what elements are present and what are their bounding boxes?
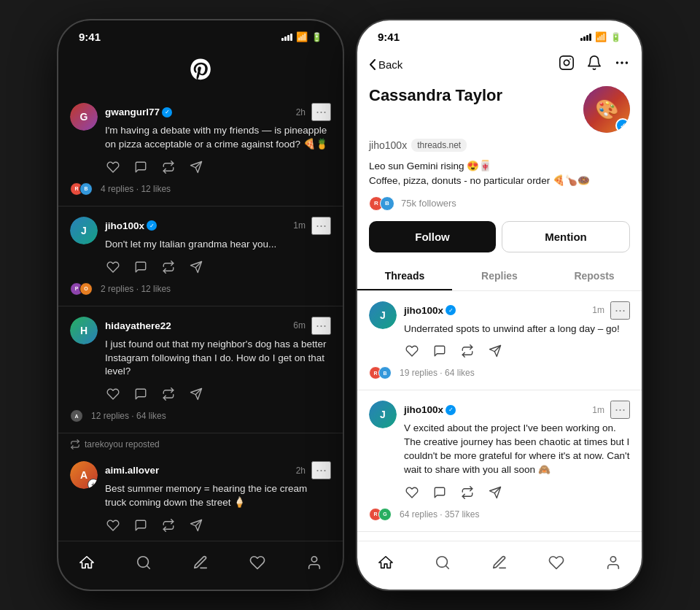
profile-post-1-more-button[interactable]: ··· xyxy=(610,301,630,320)
post-1-like-button[interactable] xyxy=(105,159,121,175)
post-1-reply-button[interactable] xyxy=(133,159,149,175)
wifi-icon-right: 📶 xyxy=(595,31,607,42)
follow-button[interactable]: Follow xyxy=(369,221,496,252)
profile-header-bar: Back xyxy=(357,49,642,80)
post-1-avatar: G xyxy=(70,103,98,131)
back-button[interactable]: Back xyxy=(369,58,402,71)
status-bar-right: 9:41 📶 🔋 xyxy=(357,20,642,49)
post-3-meta: hidayathere22 6m ··· I just found out th… xyxy=(105,317,331,406)
nav-compose-button[interactable] xyxy=(181,550,220,575)
time-right: 9:41 xyxy=(378,31,400,43)
profile-domain-badge: threads.net xyxy=(411,139,467,152)
more-options-button[interactable] xyxy=(614,55,630,74)
profile-post-2-share-button[interactable] xyxy=(487,484,503,501)
nav-search-button[interactable] xyxy=(124,550,163,575)
post-3-time: 6m xyxy=(293,320,306,331)
profile-post-1-share-button[interactable] xyxy=(487,343,503,359)
feed: G gwangurl77 ✓ 2h ··· xyxy=(58,93,343,541)
profile-name: Cassandra Taylor xyxy=(369,86,502,105)
post-1-username: gwangurl77 xyxy=(105,107,160,117)
post-3-share-button[interactable] xyxy=(188,386,204,402)
post-3-content: I just found out that my neighbor's dog … xyxy=(105,338,331,379)
tab-replies[interactable]: Replies xyxy=(452,263,547,290)
notification-icon-button[interactable] xyxy=(586,55,602,74)
svg-point-10 xyxy=(311,557,316,562)
post-3-reply-button[interactable] xyxy=(133,386,149,402)
profile-post-2: J jiho100x ✓ 1m ··· xyxy=(357,390,642,532)
post-4: A + aimi.allover 2h ··· xyxy=(58,451,343,541)
battery-icon: 🔋 xyxy=(311,32,322,42)
post-2-reply-button[interactable] xyxy=(133,259,149,275)
profile-post-1: J jiho100x ✓ 1m ··· xyxy=(357,291,642,391)
profile-post-2-reply-button[interactable] xyxy=(432,484,448,501)
post-4-share-button[interactable] xyxy=(188,517,204,533)
nav-activity-button[interactable] xyxy=(238,550,277,575)
post-2-avatar: J xyxy=(70,217,98,244)
profile-post-1-avatar: J xyxy=(369,301,397,329)
post-1-stat-text: 4 replies · 12 likes xyxy=(101,184,171,194)
post-4-actions xyxy=(105,517,331,536)
post-4-more-button[interactable]: ··· xyxy=(311,461,331,479)
profile-post-2-username: jiho100x xyxy=(404,404,443,415)
post-2: J jiho100x ✓ 1m ··· xyxy=(58,206,343,306)
nav-home-button[interactable] xyxy=(67,550,106,575)
profile-post-1-content: Underrated spots to unwind after a long … xyxy=(404,323,630,336)
nav-search-button-right[interactable] xyxy=(423,550,462,575)
post-3-stat-text: 12 replies · 64 likes xyxy=(91,411,166,421)
status-icons-right: 📶 🔋 xyxy=(580,31,621,42)
post-1-time: 2h xyxy=(296,107,306,117)
post-2-like-button[interactable] xyxy=(105,259,121,275)
profile-bio: Leo sun Gemini rising 😍🀄Coffee, pizza, d… xyxy=(369,159,630,189)
post-1-meta: gwangurl77 ✓ 2h ··· I'm having a debate … xyxy=(105,103,331,178)
svg-point-22 xyxy=(610,557,615,562)
post-2-share-button[interactable] xyxy=(188,259,204,275)
repost-indicator: tarekoyou reposted xyxy=(58,433,343,451)
post-3-more-button[interactable]: ··· xyxy=(311,317,331,335)
nav-compose-button-right[interactable] xyxy=(480,550,519,575)
svg-line-21 xyxy=(446,565,448,568)
post-1-share-button[interactable] xyxy=(188,159,204,175)
post-2-actions xyxy=(105,259,331,278)
post-4-reply-button[interactable] xyxy=(133,517,149,533)
post-2-repost-button[interactable] xyxy=(160,259,176,275)
nav-home-button-right[interactable] xyxy=(366,550,405,575)
profile-post-2-more-button[interactable]: ··· xyxy=(610,401,630,419)
profile-post-1-reply-button[interactable] xyxy=(432,343,448,359)
profile-post-1-repost-button[interactable] xyxy=(459,343,475,359)
post-2-more-button[interactable]: ··· xyxy=(311,217,331,235)
profile-post-2-like-button[interactable] xyxy=(404,484,420,501)
profile-post-2-actions xyxy=(404,484,630,503)
post-4-repost-button[interactable] xyxy=(160,517,176,533)
post-3-like-button[interactable] xyxy=(105,386,121,402)
profile-post-1-like-button[interactable] xyxy=(404,343,420,359)
nav-activity-button-right[interactable] xyxy=(537,550,576,575)
profile-post-2-stats: R G 64 replies · 357 likes xyxy=(369,508,630,525)
profile-feed: J jiho100x ✓ 1m ··· xyxy=(357,291,642,541)
profile-post-1-verified: ✓ xyxy=(446,305,456,315)
tab-reposts[interactable]: Reposts xyxy=(547,263,642,290)
post-2-stat-text: 2 replies · 12 likes xyxy=(101,284,171,294)
post-4-like-button[interactable] xyxy=(105,517,121,533)
post-1-more-button[interactable]: ··· xyxy=(311,103,331,121)
followers-count: 75k followers xyxy=(401,198,456,209)
profile-post-2-time: 1m xyxy=(592,405,604,415)
profile-post-2-repost-button[interactable] xyxy=(459,484,475,501)
profile-post-1-header: J jiho100x ✓ 1m ··· xyxy=(369,301,630,363)
post-3-avatar: H xyxy=(70,317,98,344)
time-left: 9:41 xyxy=(79,31,101,43)
mention-button[interactable]: Mention xyxy=(502,221,630,252)
right-phone: 9:41 📶 🔋 Back xyxy=(357,20,642,590)
threads-logo-icon xyxy=(187,56,214,82)
svg-point-14 xyxy=(626,62,628,63)
instagram-icon-button[interactable] xyxy=(559,55,575,74)
post-1-stats: R B 4 replies · 12 likes xyxy=(70,182,331,200)
nav-profile-button[interactable] xyxy=(295,550,334,575)
post-3-repost-button[interactable] xyxy=(160,386,176,402)
post-4-meta: aimi.allover 2h ··· Best summer memory =… xyxy=(105,461,331,536)
post-1-repost-button[interactable] xyxy=(160,159,176,175)
tab-threads[interactable]: Threads xyxy=(357,263,452,290)
post-1-header: G gwangurl77 ✓ 2h ··· xyxy=(70,103,331,178)
profile-post-1-time: 1m xyxy=(592,305,604,315)
svg-rect-11 xyxy=(560,56,573,69)
nav-profile-button-right[interactable] xyxy=(594,550,633,575)
